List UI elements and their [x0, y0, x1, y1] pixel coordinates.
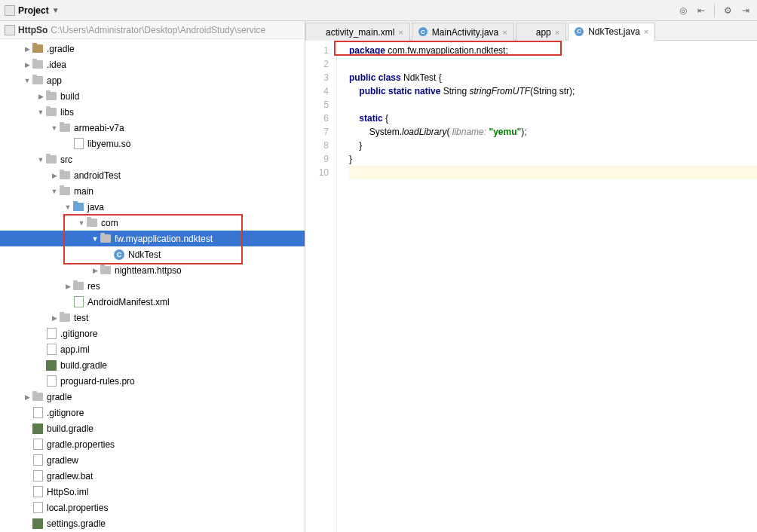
tree-node-label: test [74, 313, 88, 323]
file-icon [45, 328, 57, 340]
file-icon [32, 439, 44, 451]
chevron-right-icon[interactable]: ▶ [90, 267, 100, 274]
tree-node[interactable]: ▶local.properties [0, 500, 305, 515]
tree-node[interactable]: ▶build.gradle [0, 357, 305, 373]
tree-node-label: java [87, 202, 104, 212]
line-number: 7 [305, 125, 329, 139]
breadcrumb: HttpSo C:\Users\Administrator\Desktop\An… [0, 21, 305, 39]
editor-tab[interactable]: CNdkTest.java× [568, 23, 655, 41]
tree-node[interactable]: ▼armeabi-v7a [0, 120, 305, 136]
chevron-down-icon[interactable]: ▼ [77, 219, 86, 227]
tree-node[interactable]: ▶.gitignore [0, 405, 305, 420]
breadcrumb-root[interactable]: HttpSo [18, 25, 48, 35]
file-icon [72, 138, 84, 150]
tree-node[interactable]: ▼com [0, 215, 305, 231]
tree-node-label: armeabi-v7a [74, 123, 124, 133]
tree-node[interactable]: ▼fw.myapplication.ndktest [0, 231, 305, 246]
tree-node-label: build.gradle [60, 360, 107, 371]
tree-node-label: gradlew [47, 455, 78, 466]
folder-icon [32, 43, 44, 55]
chevron-down-icon[interactable]: ▼ [50, 188, 59, 195]
file-icon [32, 486, 44, 498]
dropdown-icon[interactable]: ▼ [52, 6, 60, 14]
module-icon [5, 25, 15, 35]
code-editor[interactable]: 12345678910 package com.fw.myapplication… [305, 41, 757, 532]
line-number: 3 [305, 71, 329, 84]
tree-node[interactable]: ▼libs [0, 104, 305, 120]
tree-node-label: libs [60, 107, 74, 118]
tree-node-label: HttpSo.iml [47, 487, 88, 497]
tree-node[interactable]: ▶nightteam.httpso [0, 262, 305, 278]
tree-node[interactable]: ▶proguard-rules.pro [0, 373, 305, 389]
tree-node[interactable]: ▶CNdkTest [0, 246, 305, 262]
editor-tab[interactable]: app× [516, 23, 566, 41]
tree-node[interactable]: ▶build.gradle [0, 420, 305, 436]
chevron-down-icon[interactable]: ▼ [36, 156, 45, 164]
tree-node[interactable]: ▼app [0, 72, 305, 88]
tree-node[interactable]: ▶gradlew.bat [0, 468, 305, 484]
chevron-right-icon[interactable]: ▶ [23, 45, 32, 53]
tree-node[interactable]: ▶build [0, 88, 305, 104]
tree-node-label: .gitignore [60, 329, 97, 339]
tree-node[interactable]: ▶gradle [0, 389, 305, 405]
string-literal: "yemu" [489, 127, 521, 137]
close-icon[interactable]: × [644, 27, 648, 36]
project-icon [5, 5, 15, 16]
tree-node[interactable]: ▶res [0, 278, 305, 294]
tree-node[interactable]: ▶.gitignore [0, 326, 305, 341]
paren-close: ); [521, 127, 526, 137]
chevron-down-icon[interactable]: ▼ [23, 77, 32, 84]
tree-node[interactable]: ▶gradlew [0, 452, 305, 468]
chevron-right-icon[interactable]: ▶ [63, 283, 72, 290]
tree-node[interactable]: ▶HttpSo.iml [0, 484, 305, 500]
editor-tab[interactable]: CMainActivity.java× [412, 23, 514, 41]
tree-node[interactable]: ▼src [0, 151, 305, 167]
chevron-down-icon[interactable]: ▼ [50, 124, 59, 132]
tree-node[interactable]: ▶libyemu.so [0, 136, 305, 151]
kw-static: static [349, 113, 383, 124]
close-icon[interactable]: × [555, 28, 559, 37]
tree-node-label: gradlew.bat [47, 471, 93, 482]
folder-icon [32, 59, 44, 71]
tree-node[interactable]: ▼main [0, 183, 305, 199]
line-number: 5 [305, 98, 329, 112]
project-tree[interactable]: ▶.gradle▶.idea▼app▶build▼libs▼armeabi-v7… [0, 39, 305, 531]
tree-node[interactable]: ▼java [0, 199, 305, 215]
folder-icon [45, 154, 57, 166]
line-number: 6 [305, 112, 329, 125]
chevron-down-icon[interactable]: ▼ [63, 203, 72, 211]
breadcrumb-path: C:\Users\Administrator\Desktop\AndroidSt… [51, 25, 265, 35]
close-icon[interactable]: × [502, 28, 507, 37]
chevron-right-icon[interactable]: ▶ [23, 393, 32, 401]
gear-icon[interactable]: ⚙ [721, 4, 734, 17]
sys-call: System. [349, 127, 402, 137]
project-toolbar: Project ▼ ◎ ⇤ ⚙ ⇥ [0, 0, 757, 21]
tree-node[interactable]: ▶settings.gradle [0, 515, 305, 531]
tree-node[interactable]: ▶AndroidManifest.xml [0, 294, 305, 310]
target-icon[interactable]: ◎ [676, 4, 690, 17]
editor-tab[interactable]: activity_main.xml× [305, 23, 410, 41]
tree-node-label: nightteam.httpso [115, 265, 182, 276]
chevron-down-icon[interactable]: ▼ [90, 235, 100, 243]
chevron-right-icon[interactable]: ▶ [50, 314, 59, 322]
collapse-icon[interactable]: ⇤ [694, 4, 708, 17]
project-label[interactable]: Project [18, 5, 49, 16]
chevron-right-icon[interactable]: ▶ [23, 61, 32, 69]
close-icon[interactable]: × [398, 28, 403, 37]
tree-node-label: libyemu.so [87, 139, 130, 149]
chevron-down-icon[interactable]: ▼ [36, 109, 45, 116]
folder-icon [59, 122, 71, 134]
brace: { [383, 113, 388, 124]
file-icon [45, 344, 57, 356]
tree-node[interactable]: ▶.idea [0, 57, 305, 72]
tree-node[interactable]: ▶androidTest [0, 167, 305, 183]
tree-node[interactable]: ▶test [0, 310, 305, 326]
package-icon [100, 233, 112, 245]
hide-icon[interactable]: ⇥ [739, 4, 752, 17]
tree-node[interactable]: ▶gradle.properties [0, 436, 305, 452]
code-lines[interactable]: package com.fw.myapplication.ndktest; pu… [337, 41, 757, 532]
tree-node[interactable]: ▶.gradle [0, 41, 305, 57]
tree-node[interactable]: ▶app.iml [0, 341, 305, 357]
chevron-right-icon[interactable]: ▶ [50, 172, 59, 179]
chevron-right-icon[interactable]: ▶ [36, 93, 45, 100]
